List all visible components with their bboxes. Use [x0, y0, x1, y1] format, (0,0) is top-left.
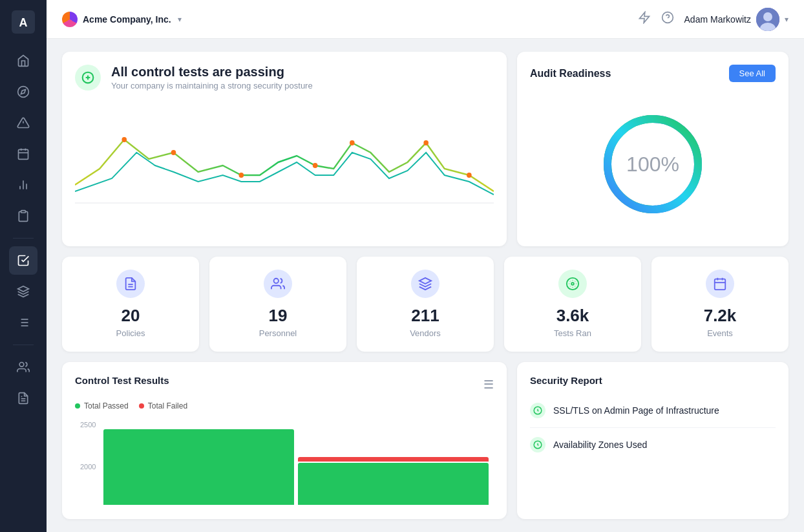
personnel-value: 19: [269, 306, 288, 326]
brand-name: Acme Company, Inc.: [83, 14, 171, 25]
policies-value: 20: [122, 306, 140, 326]
legend-passed-label: Total Passed: [84, 401, 129, 410]
sidebar-item-people[interactable]: [9, 353, 37, 381]
control-title: All control tests are passing: [111, 65, 313, 80]
sidebar-item-alerts[interactable]: [9, 109, 37, 137]
header: Acme Company, Inc. ▾ Adam Markowitz: [47, 0, 804, 39]
main-content: Acme Company, Inc. ▾ Adam Markowitz: [47, 0, 804, 532]
svg-marker-24: [639, 12, 649, 23]
stat-vendors: 211 Vendors: [357, 257, 494, 352]
personnel-label: Personnel: [259, 328, 297, 338]
audit-title: Audit Readiness: [530, 68, 611, 80]
security-report-title: Security Report: [530, 375, 776, 386]
svg-point-39: [467, 173, 472, 178]
bar-green2: [298, 463, 489, 505]
see-all-button[interactable]: See All: [729, 65, 776, 82]
y-axis: 2500 2000: [80, 421, 101, 505]
svg-point-49: [571, 282, 574, 285]
legend-passed-dot: [75, 403, 80, 409]
sidebar: A: [0, 0, 47, 532]
user-menu[interactable]: Adam Markowitz ▾: [684, 8, 788, 31]
notifications-icon[interactable]: [638, 11, 651, 27]
user-chevron-icon: ▾: [785, 15, 788, 24]
legend-failed-dot: [139, 403, 144, 409]
chart-legend: Total Passed Total Failed: [75, 401, 494, 410]
stat-policies: 20 Policies: [62, 257, 199, 352]
svg-point-36: [313, 163, 318, 168]
y-label-2000: 2000: [80, 463, 96, 471]
control-header: All control tests are passing Your compa…: [75, 65, 494, 90]
user-avatar: [756, 8, 779, 31]
gauge-container: 100%: [530, 95, 776, 233]
legend-failed-label: Total Failed: [148, 401, 187, 410]
vendors-icon: [411, 270, 439, 298]
stat-personnel: 19 Personnel: [209, 257, 346, 352]
personnel-icon: [264, 270, 292, 298]
bar-chart: 2500 2000: [75, 421, 494, 505]
svg-point-35: [238, 173, 244, 178]
stats-row: 20 Policies 19 Personnel 211 Vendors: [62, 257, 788, 352]
svg-point-38: [423, 140, 428, 145]
logo: A: [12, 10, 35, 34]
gauge: 100%: [595, 106, 711, 222]
user-name: Adam Markowitz: [684, 14, 751, 25]
svg-marker-3: [21, 89, 25, 94]
sidebar-item-clipboard[interactable]: [9, 202, 37, 230]
sidebar-item-analytics[interactable]: [9, 171, 37, 199]
svg-point-33: [122, 137, 127, 142]
svg-point-2: [18, 87, 29, 98]
policies-icon: [116, 270, 145, 298]
vendors-value: 211: [411, 306, 439, 326]
svg-marker-48: [419, 277, 431, 283]
help-icon[interactable]: [661, 11, 674, 27]
events-icon: [706, 270, 734, 298]
stat-tests: 3.6k Tests Ran: [504, 257, 641, 352]
sidebar-item-home[interactable]: [9, 47, 37, 75]
svg-point-47: [274, 278, 279, 282]
sidebar-item-menu[interactable]: [9, 308, 37, 337]
control-subtitle: Your company is maintaining a strong sec…: [111, 81, 313, 90]
sidebar-item-documents[interactable]: [9, 384, 37, 412]
security-item-icon-1: [530, 437, 545, 452]
svg-point-37: [350, 140, 355, 145]
sidebar-divider: [13, 238, 34, 239]
audit-header: Audit Readiness See All: [530, 65, 776, 82]
control-text: All control tests are passing Your compa…: [111, 65, 313, 90]
audit-card: Audit Readiness See All: [517, 52, 788, 246]
sidebar-item-calendar[interactable]: [9, 140, 37, 168]
policies-label: Policies: [116, 328, 145, 338]
svg-text:A: A: [19, 16, 28, 29]
legend-failed: Total Failed: [139, 401, 187, 410]
brand-selector[interactable]: Acme Company, Inc. ▾: [62, 12, 182, 27]
tests-value: 3.6k: [556, 306, 589, 326]
svg-point-21: [19, 363, 24, 367]
bars: [103, 421, 489, 505]
security-items: SSL/TLS on Admin Page of Infrastructure …: [530, 394, 776, 462]
svg-point-34: [171, 150, 176, 155]
results-header: Control Test Results ☰: [75, 375, 494, 394]
brand-logo: [62, 12, 78, 27]
sidebar-item-navigate[interactable]: [9, 78, 37, 106]
header-right: Adam Markowitz ▾: [638, 8, 788, 31]
vendors-label: Vendors: [410, 328, 441, 338]
security-item-icon-0: [530, 403, 545, 418]
control-tests-card: All control tests are passing Your compa…: [62, 52, 507, 246]
control-results-card: Control Test Results ☰ Total Passed Tota…: [62, 362, 507, 519]
results-title: Control Test Results: [75, 375, 169, 386]
chart-menu-icon[interactable]: ☰: [483, 378, 494, 392]
security-item-1: Availability Zones Used: [530, 428, 776, 462]
sidebar-item-tasks[interactable]: [9, 246, 37, 275]
tests-icon: [558, 270, 587, 298]
tests-label: Tests Ran: [554, 328, 591, 338]
y-label-2500: 2500: [80, 421, 96, 429]
page-content: All control tests are passing Your compa…: [47, 39, 804, 532]
security-item-text-1: Availability Zones Used: [553, 440, 647, 450]
events-label: Events: [707, 328, 733, 338]
svg-marker-14: [18, 286, 29, 292]
svg-rect-13: [21, 211, 26, 213]
gauge-percentage: 100%: [626, 152, 679, 176]
sidebar-item-layers[interactable]: [9, 277, 37, 306]
legend-passed: Total Passed: [75, 401, 129, 410]
bar-red: [298, 457, 489, 462]
control-status-icon: [75, 65, 101, 90]
